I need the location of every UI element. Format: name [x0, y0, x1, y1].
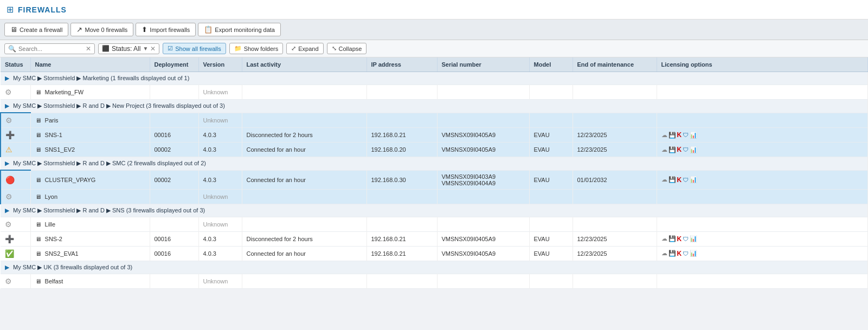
table-row[interactable]: 🔴 🖥 CLUSTER_VPAYG 00002 4.0.3 Connected …: [1, 170, 868, 189]
fw-status-cell: ➕: [1, 231, 30, 246]
fw-status-cell: ⚙: [1, 85, 30, 100]
table-row[interactable]: ⚙ 🖥 Lyon Unknown: [1, 189, 868, 204]
table-row[interactable]: ➕ 🖥 SNS-2 00016 4.0.3 Disconnected for 2…: [1, 231, 868, 246]
fw-activity-cell: [242, 85, 367, 100]
search-box: 🔍 ✕: [4, 43, 95, 54]
fw-serial-cell: VMSNSX09I0405A9: [437, 143, 529, 157]
group-name: My SMC ▶ Stormshield ▶ R and D ▶ New Pro…: [13, 102, 225, 109]
fw-serial-cell: [437, 217, 529, 231]
fw-eom-cell: 12/23/2025: [573, 128, 657, 143]
table-row[interactable]: ⚠ 🖥 SNS1_EV2 00002 4.0.3 Connected for a…: [1, 143, 868, 157]
show-all-firewalls-button[interactable]: ☑ Show all firewalls: [163, 43, 226, 54]
fw-eom-cell: [573, 113, 657, 128]
collapse-button[interactable]: ⤡ Collapse: [327, 43, 367, 54]
fw-version-cell: 4.0.3: [198, 128, 242, 143]
status-clear-icon[interactable]: ✕: [150, 45, 156, 53]
table-row[interactable]: ⚙ 🖥 Belfast Unknown: [1, 274, 868, 288]
group-row: ▶ My SMC ▶ Stormshield ▶ R and D ▶ SNS (…: [1, 204, 868, 217]
export-monitoring-button[interactable]: 📋 Export monitoring data: [198, 23, 281, 36]
group-name: My SMC ▶ Stormshield ▶ R and D ▶ SMC (2 …: [13, 160, 206, 166]
folder-icon: 📁: [234, 45, 242, 52]
fw-name: Paris: [45, 117, 59, 124]
fw-activity-cell: Connected for an hour: [242, 143, 367, 157]
group-expand-icon[interactable]: ▶: [5, 264, 9, 270]
show-folders-button[interactable]: 📁 Show folders: [229, 43, 284, 54]
fw-ip-cell: 192.168.0.30: [367, 170, 437, 189]
fw-icon: 🖥: [35, 236, 41, 242]
status-filter-label: Status: All: [112, 45, 140, 53]
fw-model-cell: [529, 217, 573, 231]
group-label: ▶ My SMC ▶ Stormshield ▶ R and D ▶ SNS (…: [1, 204, 868, 217]
fw-deployment-cell: 00016: [150, 246, 198, 261]
search-clear-icon[interactable]: ✕: [86, 45, 91, 53]
fw-activity-cell: Connected for an hour: [242, 170, 367, 189]
fw-model-cell: EVAU: [529, 231, 573, 246]
fw-name: CLUSTER_VPAYG: [45, 177, 96, 183]
firewalls-icon: ⊞: [7, 4, 14, 15]
group-label: ▶ My SMC ▶ Stormshield ▶ R and D ▶ New P…: [1, 100, 868, 113]
filter-bar: 🔍 ✕ ⬛ Status: All ▼ ✕ ☑ Show all firewal…: [0, 40, 868, 57]
fw-name-cell: 🖥 CLUSTER_VPAYG: [30, 170, 150, 189]
fw-icon: 🖥: [35, 177, 41, 183]
fw-name-cell: 🖥 SNS1_EV2: [30, 143, 150, 157]
fw-eom-cell: [573, 274, 657, 288]
fw-name: SNS-2: [45, 236, 62, 242]
fw-deployment-cell: 00002: [150, 143, 198, 157]
move-icon: ↗: [76, 25, 82, 34]
fw-deployment-cell: 00016: [150, 128, 198, 143]
group-name: My SMC ▶ Stormshield ▶ R and D ▶ SNS (3 …: [13, 207, 205, 213]
fw-eom-cell: 12/23/2025: [573, 246, 657, 261]
fw-name: Lyon: [45, 193, 57, 200]
status-dropdown-icon[interactable]: ▼: [143, 46, 148, 51]
fw-eom-cell: [573, 217, 657, 231]
table-row[interactable]: ⚙ 🖥 Paris Unknown: [1, 113, 868, 128]
group-expand-icon[interactable]: ▶: [5, 207, 9, 213]
table-row[interactable]: ⚙ 🖥 Marketing_FW Unknown: [1, 85, 868, 100]
toolbar: 🖥 Create a firewall ↗ Move 0 firewalls ⬆…: [0, 20, 868, 40]
fw-serial-cell: VMSNSX09I0403A9VMSNSX09I0404A9: [437, 170, 529, 189]
expand-icon: ⤢: [291, 45, 296, 52]
expand-button[interactable]: ⤢ Expand: [286, 43, 323, 54]
fw-status-cell: ⚙: [1, 217, 30, 231]
search-input[interactable]: [18, 46, 83, 52]
page-title: FIREWALLS: [18, 5, 67, 14]
page-header: ⊞ FIREWALLS: [0, 0, 868, 20]
import-firewalls-button[interactable]: ⬆ Import firewalls: [136, 23, 196, 36]
create-icon: 🖥: [10, 25, 17, 34]
fw-deployment-cell: [150, 113, 198, 128]
fw-name-cell: 🖥 Belfast: [30, 274, 150, 288]
fw-version-cell: 4.0.3: [198, 246, 242, 261]
fw-version-cell: Unknown: [198, 217, 242, 231]
group-expand-icon[interactable]: ▶: [5, 102, 9, 109]
fw-status-cell: ✅: [1, 246, 30, 261]
fw-icon: 🖥: [35, 250, 41, 257]
search-icon: 🔍: [8, 45, 16, 53]
fw-version-cell: 4.0.3: [198, 143, 242, 157]
status-filter-icon: ⬛: [102, 45, 110, 52]
fw-serial-cell: [437, 85, 529, 100]
fw-name-cell: 🖥 Lille: [30, 217, 150, 231]
fw-name: SNS-1: [45, 132, 62, 138]
fw-status-cell: ➕: [1, 128, 30, 143]
table-row[interactable]: ⚙ 🖥 Lille Unknown: [1, 217, 868, 231]
fw-eom-cell: 01/01/2032: [573, 170, 657, 189]
table-row[interactable]: ✅ 🖥 SNS2_EVA1 00016 4.0.3 Connected for …: [1, 246, 868, 261]
create-firewall-button[interactable]: 🖥 Create a firewall: [4, 23, 68, 36]
fw-name-cell: 🖥 SNS-2: [30, 231, 150, 246]
fw-deployment-cell: 00016: [150, 231, 198, 246]
table-row[interactable]: ➕ 🖥 SNS-1 00016 4.0.3 Disconnected for 2…: [1, 128, 868, 143]
fw-model-cell: EVAU: [529, 170, 573, 189]
fw-name: Belfast: [45, 278, 63, 284]
group-expand-icon[interactable]: ▶: [5, 160, 9, 166]
group-label: ▶ My SMC ▶ UK (3 firewalls displayed out…: [1, 261, 868, 274]
fw-name: SNS1_EV2: [45, 146, 75, 153]
move-firewalls-button[interactable]: ↗ Move 0 firewalls: [70, 23, 133, 36]
fw-license-cell: [657, 113, 868, 128]
fw-activity-cell: Disconnected for 2 hours: [242, 128, 367, 143]
fw-version-cell: Unknown: [198, 274, 242, 288]
fw-model-cell: EVAU: [529, 246, 573, 261]
group-expand-icon[interactable]: ▶: [5, 75, 9, 81]
fw-ip-cell: 192.168.0.21: [367, 246, 437, 261]
fw-ip-cell: [367, 217, 437, 231]
group-row: ▶ My SMC ▶ UK (3 firewalls displayed out…: [1, 261, 868, 274]
